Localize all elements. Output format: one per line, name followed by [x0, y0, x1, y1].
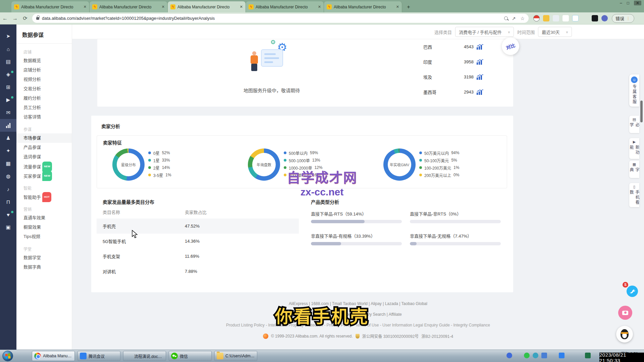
url-field[interactable]: data.alibaba.com/adviser/market?cateId=1…	[32, 14, 529, 23]
tray-icon[interactable]	[489, 353, 495, 358]
sidebar-item[interactable]: 数据概览	[16, 56, 72, 65]
forward-button[interactable]: →	[10, 15, 20, 21]
tab-close-icon[interactable]: ✕	[162, 5, 165, 9]
browser-tab[interactable]: ϟ Alibaba Manufacturer Directo ✕	[324, 1, 402, 12]
rail-nav-icon[interactable]: ♥	[0, 208, 16, 221]
rail-nav-icon[interactable]: Π	[0, 195, 16, 208]
rail-nav-icon[interactable]: ♟	[0, 132, 16, 144]
trend-chart-icon[interactable]	[476, 44, 484, 50]
rail-nav-icon[interactable]: ▤	[0, 55, 16, 68]
rail-nav-icon[interactable]: ◈	[0, 68, 16, 81]
taskbar-app-button[interactable]: 微信	[169, 351, 212, 361]
time-range-select[interactable]: 最近30天 ∨	[538, 27, 572, 37]
extension-icon[interactable]	[553, 15, 559, 21]
tray-icon[interactable]	[541, 353, 547, 358]
camera-float-button[interactable]	[618, 306, 632, 320]
rail-nav-icon[interactable]	[0, 119, 16, 132]
close-button[interactable]: ✕	[634, 1, 641, 5]
taskbar-app-button[interactable]: Alibaba Manufa...	[32, 351, 75, 361]
category-table-row[interactable]: 5G智能手机 14.36%	[97, 234, 299, 249]
share-icon[interactable]: ↗	[512, 16, 516, 21]
tray-icon[interactable]	[515, 353, 521, 358]
rail-nav-icon[interactable]: ▦	[0, 157, 16, 170]
category-table-row[interactable]: 手机支架 11.69%	[97, 249, 299, 264]
tab-close-icon[interactable]: ✕	[84, 5, 87, 9]
tray-icon[interactable]	[568, 353, 573, 358]
tab-close-icon[interactable]: ✕	[396, 5, 399, 9]
sidebar-item[interactable]: 店铺分析	[16, 65, 72, 75]
tray-icon[interactable]	[498, 353, 503, 358]
sidebar-item[interactable]: 员工分析	[16, 103, 72, 112]
sidebar-item[interactable]: 智能助手HOT	[16, 192, 72, 201]
taskbar-app-button[interactable]: 腾讯会议	[77, 351, 120, 361]
sidebar-item[interactable]: 选词参谋	[16, 152, 72, 162]
rail-nav-icon[interactable]: ⌂	[0, 43, 16, 55]
sidebar-item[interactable]: 交易分析	[16, 84, 72, 94]
extension-icon[interactable]	[582, 15, 588, 21]
trend-chart-icon[interactable]	[476, 89, 484, 95]
customer-service-tab[interactable]: ☺ 专属客服	[629, 74, 639, 107]
start-button[interactable]	[2, 351, 13, 361]
bookmark-star-icon[interactable]: ☆	[520, 16, 525, 21]
country-row[interactable]: 墨西哥 2943	[423, 84, 494, 100]
country-row[interactable]: 埃及 3198	[423, 69, 494, 84]
extension-icon[interactable]	[572, 15, 579, 21]
sidebar-item[interactable]: 数据学堂	[16, 253, 72, 262]
sidebar-item[interactable]: 数据字典	[16, 262, 72, 272]
browser-tab[interactable]: ϟ Alibaba Manufacturer Directo ✕	[90, 1, 168, 12]
tray-icon[interactable]	[594, 353, 599, 358]
tray-icon[interactable]	[524, 353, 530, 358]
sidebar-item[interactable]: 直通车效果	[16, 213, 72, 223]
sidebar-item[interactable]: 履约分析	[16, 94, 72, 103]
messenger-bird-button[interactable]	[627, 286, 638, 297]
back-button[interactable]: ←	[0, 15, 10, 21]
tray-icon[interactable]	[533, 353, 538, 358]
right-toolbar-item[interactable]: ▶ 新功能	[629, 138, 639, 159]
trend-chart-icon[interactable]	[476, 74, 484, 80]
category-table-row[interactable]: 对讲机 7.88%	[97, 264, 299, 279]
sidebar-item[interactable]: 流量参谋NEW	[16, 162, 72, 171]
search-zoom-icon[interactable]	[504, 16, 508, 20]
rail-nav-icon[interactable]: ♪	[0, 183, 16, 195]
browser-tab[interactable]: ϟ Alibaba Manufacturer Directo ✕	[168, 1, 246, 12]
tray-icon[interactable]	[576, 353, 582, 358]
reload-button[interactable]: ⟳	[20, 15, 30, 21]
right-toolbar-item[interactable]: ▦ 字典	[629, 161, 639, 178]
rail-nav-icon[interactable]: ▣	[0, 221, 16, 234]
rail-nav-icon[interactable]: ➤	[0, 30, 16, 43]
sidebar-item[interactable]: 买家参谋NEW	[16, 171, 72, 180]
new-tab-button[interactable]: +	[404, 3, 413, 11]
sidebar-item[interactable]: 视频分析	[16, 75, 72, 84]
rail-nav-icon[interactable]: ✉	[0, 106, 16, 119]
tray-icon[interactable]	[506, 353, 512, 358]
scrollbar-thumb[interactable]	[640, 101, 643, 122]
rail-nav-icon[interactable]: ◍	[0, 170, 16, 183]
country-row[interactable]: 巴西 4543	[423, 39, 494, 54]
tab-close-icon[interactable]: ✕	[240, 5, 243, 9]
rail-nav-icon[interactable]: ▶	[0, 94, 16, 106]
browser-tab[interactable]: ϟ Alibaba Manufacturer Directo ✕	[246, 1, 324, 12]
extension-icon[interactable]	[592, 15, 598, 21]
browser-tab[interactable]: ϟ Alibaba Manufacturer Directo ✕	[11, 1, 90, 12]
country-row[interactable]: 印度 3958	[423, 54, 494, 69]
tab-close-icon[interactable]: ✕	[318, 5, 321, 9]
url-text[interactable]: data.alibaba.com/adviser/market?cateId=1…	[42, 16, 501, 21]
trend-chart-icon[interactable]	[476, 59, 484, 65]
sidebar-item[interactable]: 橱窗效果	[16, 223, 72, 232]
right-toolbar-item[interactable]: ▯ 手机看数	[629, 183, 639, 207]
minimize-button[interactable]: –	[620, 1, 622, 5]
tray-icon[interactable]	[585, 353, 591, 358]
category-select[interactable]: 消费电子 / 手机与配件 ∨	[455, 27, 514, 37]
error-profile-button[interactable]: 错误 ⋮	[612, 14, 634, 23]
extension-icon[interactable]	[601, 15, 608, 21]
taskbar-app-button[interactable]: 流程演说.docx - ...	[123, 351, 166, 361]
taskbar-app-button[interactable]: C:\Users\Admini...	[214, 351, 257, 361]
category-table-row[interactable]: 手机壳 47.52%	[97, 219, 299, 234]
sidebar-item[interactable]: Tips视频	[16, 232, 72, 241]
sidebar-item[interactable]: 产品参谋	[16, 143, 72, 152]
right-toolbar-item[interactable]: ▤ 必学	[629, 116, 639, 133]
extension-icon[interactable]	[543, 15, 549, 21]
rail-nav-icon[interactable]: ✦	[0, 144, 16, 157]
sidebar-item[interactable]: 市场参谋	[16, 133, 72, 143]
tray-icon[interactable]	[559, 353, 565, 358]
